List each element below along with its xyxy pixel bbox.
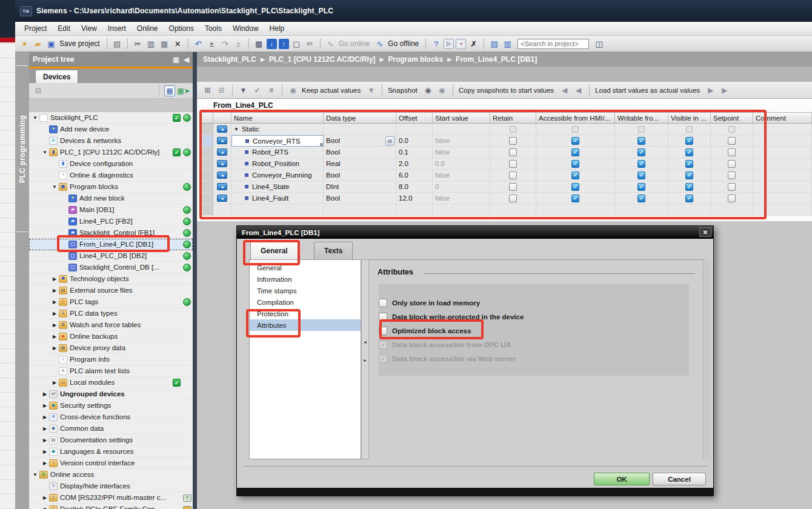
load-start-values-as-actual-values-label[interactable]: Load start values as actual values <box>595 87 700 94</box>
checkbox-unchecked[interactable] <box>728 126 735 133</box>
tree-item-cross-device-functions[interactable]: ▶✕Cross-device functions <box>29 411 193 423</box>
go-online-label[interactable]: Go online <box>339 39 370 48</box>
compile-icon[interactable]: ▦ <box>253 38 265 50</box>
tree-item-online-access[interactable]: ▼▥Online access <box>29 469 193 481</box>
checkbox-unchecked[interactable] <box>509 171 517 179</box>
paste-icon[interactable]: ▦ <box>159 38 170 50</box>
dialog-splitter[interactable]: ◄ ► <box>361 259 369 459</box>
comment-cell[interactable] <box>753 158 812 170</box>
collapse-arrow-icon[interactable]: ▶ <box>51 345 58 351</box>
dialog-checkbox-row-data-block-accessible-via-web-server[interactable]: ✓Data block accessible via Web server <box>379 354 516 364</box>
comment-cell[interactable] <box>753 193 812 204</box>
name-cell[interactable]: Conveyor_Running <box>231 170 324 181</box>
snapshot-load-icon[interactable]: ◉ <box>436 84 448 96</box>
go-online-icon[interactable]: ∿ <box>325 38 336 50</box>
tree-item-stacklight-plc[interactable]: ▼Stacklight_PLC✓ <box>29 112 193 124</box>
expand-arrow-icon[interactable]: ▼ <box>41 150 48 155</box>
tree-item-documentation-settings[interactable]: ▶▤Documentation settings <box>29 434 193 446</box>
split-horizontal-icon[interactable]: ▤ <box>488 38 500 50</box>
dialog-nav-compilation[interactable]: Compilation <box>250 296 361 308</box>
checkbox-unchecked[interactable] <box>728 148 736 156</box>
load-setpoints-icon[interactable]: ▶ <box>719 84 730 96</box>
checkbox-unchecked[interactable] <box>728 160 736 168</box>
comment-cell[interactable] <box>753 135 812 147</box>
data-type-cell[interactable]: Real <box>324 158 396 170</box>
tab-devices[interactable]: Devices <box>35 70 78 83</box>
checkbox-checked[interactable]: ✓ <box>571 171 579 179</box>
cell-resize-grip[interactable] <box>320 143 323 146</box>
tree-item-security-settings[interactable]: ▶◉Security settings <box>29 400 193 411</box>
cancel-button[interactable]: Cancel <box>653 473 706 485</box>
start-value-cell[interactable]: false <box>433 193 490 204</box>
tree-item-stacklight-control-db[interactable]: ▢Stacklight_Control_DB [... <box>29 262 193 273</box>
menu-help[interactable]: Help <box>264 23 290 34</box>
checkbox-unchecked[interactable] <box>509 148 517 156</box>
menu-tools[interactable]: Tools <box>199 23 227 34</box>
checkbox-checked[interactable]: ✓ <box>685 183 693 191</box>
expand-arrow-icon[interactable]: ▼ <box>32 115 39 121</box>
name-cell[interactable]: ▼Static <box>231 124 324 135</box>
checkbox-checked[interactable]: ✓ <box>571 195 579 202</box>
cross-references-icon[interactable]: ✗ <box>468 38 479 50</box>
save-project-icon[interactable]: ▣ <box>45 38 57 50</box>
menu-edit[interactable]: Edit <box>52 23 76 34</box>
split-vertical-icon[interactable]: ▥ <box>502 38 513 50</box>
snapshot-label[interactable]: Snapshot <box>388 87 418 94</box>
tree-item-languages-resources[interactable]: ▶◉Languages & resources <box>29 446 193 457</box>
keep-actual-values-icon[interactable]: ▼ <box>365 84 377 96</box>
monitor-icon[interactable]: ◉ <box>287 84 299 96</box>
tree-item-plc-1-cpu-1212c-ac-dc-rly[interactable]: ▼▮PLC_1 [CPU 1212C AC/DC/Rly]✓ <box>29 147 193 158</box>
data-type-dropdown-icon[interactable]: ▤ <box>385 136 394 145</box>
checkbox-checked[interactable]: ✓ <box>637 137 645 145</box>
column-header-blank[interactable] <box>200 112 213 124</box>
go-offline-icon[interactable]: ∿ <box>374 38 385 50</box>
splitter-left-icon[interactable]: ◄ <box>362 339 368 345</box>
tree-item-display-hide-interfaces[interactable]: YDisplay/hide interfaces <box>29 481 193 492</box>
tree-item-technology-objects[interactable]: ▶✱Technology objects <box>29 273 193 285</box>
redo-icon[interactable]: ↷ <box>219 38 231 50</box>
breadcrumb-item-plc-1-cpu-1212c-ac-dc-rly[interactable]: PLC_1 [CPU 1212C AC/DC/Rly] <box>269 55 376 64</box>
checkbox-checked[interactable]: ✓ <box>685 148 693 156</box>
tree-item-main-ob1[interactable]: ▰Main [OB1] <box>29 204 193 216</box>
dialog-nav-general[interactable]: General <box>250 262 361 273</box>
tree-item-line4-plc-db-db2[interactable]: ▢Line4_PLC_DB [DB2] <box>29 250 193 262</box>
tree-item-devices-networks[interactable]: #Devices & networks <box>29 135 193 147</box>
menu-view[interactable]: View <box>76 23 102 34</box>
plc-programming-tab[interactable]: PLC programming <box>15 70 29 228</box>
insert-row-icon[interactable]: ⊞ <box>202 84 213 96</box>
column-header-comment[interactable]: Comment <box>753 112 812 124</box>
ok-button[interactable]: OK <box>594 473 650 485</box>
delete-icon[interactable]: ✕ <box>172 38 184 50</box>
checkbox-checked[interactable]: ✓ <box>685 195 693 202</box>
collapse-arrow-icon[interactable]: ▶ <box>41 437 48 443</box>
start-value-cell[interactable]: false <box>433 170 490 181</box>
checkbox-checked[interactable]: ✓ <box>637 148 645 156</box>
dialog-checkbox-row-only-store-in-load-memory[interactable]: Only store in load memory <box>379 298 480 308</box>
checkbox-checked[interactable]: ✓ <box>685 171 693 179</box>
checkbox-unchecked[interactable] <box>686 126 693 133</box>
dialog-tab-general[interactable]: General <box>250 242 298 259</box>
dialog-checkbox-row-data-block-accessible-from-opc-ua[interactable]: ✓Data block accessible from OPC UA <box>379 340 511 350</box>
tree-item-local-modules[interactable]: ▶▭Local modules✓ <box>29 377 193 388</box>
name-cell[interactable]: Conveyor_RTS <box>231 135 324 147</box>
splitter-right-icon[interactable]: ► <box>362 357 368 364</box>
checkbox-checked[interactable]: ✓ <box>571 148 579 156</box>
dialog-checkbox-row-optimized-block-access[interactable]: Optimized block access <box>379 326 471 336</box>
table-row-robot-rts[interactable]: ◄Robot_RTSBool0.1false✓✓✓ <box>200 147 812 158</box>
collapse-arrow-icon[interactable]: ▶ <box>51 380 58 385</box>
tree-item-program-info[interactable]: iProgram info <box>29 354 193 365</box>
checkbox-unchecked[interactable] <box>509 183 517 191</box>
checkbox-unchecked[interactable] <box>728 137 736 145</box>
table-row-conveyor-rts[interactable]: ◄Conveyor_RTSBool▤0.0false✓✓✓ <box>200 135 812 147</box>
checkbox-unchecked[interactable] <box>728 183 736 191</box>
copy-snapshot-setpoints-icon[interactable]: ◀ <box>573 84 584 96</box>
column-header-visible-in[interactable]: Visible in ... <box>668 112 711 124</box>
data-type-cell[interactable]: DInt <box>324 181 396 193</box>
table-row-line4-state[interactable]: ◄Line4_StateDInt8.00✓✓✓ <box>200 181 812 193</box>
menu-online[interactable]: Online <box>131 23 164 34</box>
tree-item-com-rs232-ppi-multi-master-c[interactable]: ▶▯COM [RS232/PPI multi-master c...? <box>29 492 193 504</box>
table-row-line4-fault[interactable]: ◄Line4_FaultBool12.0false✓✓✓ <box>200 193 812 204</box>
checkbox-checked[interactable]: ✓ <box>637 160 645 168</box>
dialog-scrollbar[interactable] <box>703 259 711 459</box>
tree-item-stacklight-control-fb1[interactable]: ▰Stacklight_Control [FB1] <box>29 227 193 239</box>
